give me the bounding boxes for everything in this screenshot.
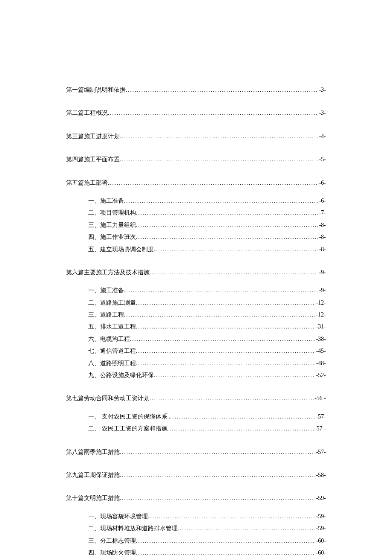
toc-chapter-title: 第七篇劳动合同和劳动工资计划 [66, 394, 150, 403]
toc-chapter-title: 第六篇主要施工方法及技术措施 [66, 268, 150, 277]
toc-sub-entry: 八、道路照明工程-48- [66, 359, 326, 368]
toc-leader-dots [154, 371, 315, 380]
toc-sub-title: 八、道路照明工程 [88, 359, 136, 368]
toc-chapter-page: -3- [318, 85, 326, 95]
toc-chapter: 第六篇主要施工方法及技术措施-9- [66, 268, 326, 277]
toc-leader-dots [150, 394, 314, 403]
toc-sub-entry: 七、通信管道工程-45- [66, 346, 326, 356]
toc-sub-title: 七、通信管道工程 [88, 346, 136, 356]
toc-leader-dots [136, 359, 315, 368]
toc-leader-dots [108, 109, 318, 118]
toc-sub-group: 一、施工准备-6-二、项目管理机构-7-三、施工力量组织-8-四、施工作业班次-… [66, 196, 326, 254]
toc-chapter: 第九篇工期保证措施-58- [66, 471, 326, 480]
table-of-contents: 第一篇编制说明和依据-3-第二篇工程概况-3-第三篇施工进度计划-4-第四篇施工… [66, 85, 326, 555]
toc-sub-entry: 一、施工准备-9- [66, 286, 326, 295]
toc-leader-dots [124, 286, 318, 295]
toc-sub-page: -45- [315, 346, 326, 356]
toc-sub-title: 三、分工标志管理 [88, 536, 136, 546]
toc-leader-dots [120, 471, 315, 480]
toc-sub-entry: 六、电缆沟工程-38- [66, 334, 326, 344]
toc-chapter-title: 第八篇雨季施工措施 [66, 447, 120, 457]
toc-chapter-page: -3- [318, 108, 326, 118]
toc-leader-dots [130, 335, 315, 344]
toc-sub-entry: 三、道路工程-12- [66, 310, 326, 320]
toc-leader-dots [120, 132, 318, 141]
toc-sub-group: 一、 支付农民工资的保障体系 .-57-二、 农民工工资的方案和措施 -57 - [66, 412, 326, 434]
toc-chapter-page: -58- [315, 471, 326, 480]
toc-sub-page: -8- [318, 232, 326, 242]
toc-leader-dots [120, 448, 315, 457]
toc-leader-dots [136, 221, 318, 230]
toc-chapter-page: -5- [318, 155, 326, 164]
toc-sub-title: 一、施工准备 [88, 196, 124, 206]
toc-leader-dots [136, 549, 315, 555]
toc-chapter: 第五篇施工部署-6- [66, 178, 326, 188]
toc-chapter-title: 第三篇施工进度计划 [66, 132, 120, 141]
toc-chapter-title: 第九篇工期保证措施 [66, 471, 120, 480]
toc-chapter-page: -59- [315, 494, 326, 503]
toc-leader-dots [136, 299, 315, 308]
toc-chapter-page: -9- [318, 268, 326, 277]
toc-sub-title: 二、项目管理机构 [88, 208, 136, 218]
toc-sub-entry: 四、现场防火管理-60- [66, 548, 326, 555]
toc-sub-entry: 二、项目管理机构-7- [66, 208, 326, 218]
page-content: 第一篇编制说明和依据-3-第二篇工程概况-3-第三篇施工进度计划-4-第四篇施工… [0, 0, 392, 555]
toc-chapter-page: -57- [315, 447, 326, 457]
toc-leader-dots [154, 245, 318, 254]
toc-sub-page: -31- [315, 322, 326, 331]
toc-leader-dots [170, 413, 315, 421]
toc-sub-entry: 二、道路施工测量-12- [66, 298, 326, 308]
toc-sub-entry: 二、 农民工工资的方案和措施 -57 - [66, 424, 326, 433]
toc-leader-dots [126, 86, 318, 95]
toc-sub-title: 五、排水工道工程 [88, 322, 136, 331]
toc-sub-page: -59- [315, 512, 326, 521]
toc-leader-dots [148, 512, 315, 521]
toc-sub-entry: 五、排水工道工程-31- [66, 322, 326, 331]
toc-chapter-title: 第四篇施工平面布置 [66, 155, 120, 164]
toc-sub-page: -57- [315, 412, 326, 421]
toc-leader-dots [167, 424, 314, 433]
toc-sub-entry: 二、现场材料堆放和道路排水管理-59- [66, 524, 326, 533]
toc-leader-dots [136, 537, 315, 546]
toc-chapter-page: -6- [318, 178, 326, 188]
toc-sub-entry: 三、施工力量组织-8- [66, 221, 326, 230]
toc-sub-entry: 四、施工作业班次-8- [66, 232, 326, 242]
toc-sub-entry: 五、建立现场协调会制度-8- [66, 245, 326, 254]
toc-sub-entry: 一、现场容貌环境管理-59- [66, 512, 326, 521]
toc-sub-page: -60- [315, 548, 326, 555]
toc-sub-page: -48- [315, 359, 326, 368]
toc-leader-dots [136, 233, 318, 242]
toc-chapter-title: 第五篇施工部署 [66, 178, 108, 188]
toc-sub-page: -60- [315, 536, 326, 546]
toc-leader-dots [136, 209, 318, 218]
toc-sub-title: 三、施工力量组织 [88, 221, 136, 230]
toc-chapter-title: 第一篇编制说明和依据 [66, 85, 126, 95]
toc-leader-dots [120, 155, 318, 164]
toc-sub-title: 四、现场防火管理 [88, 548, 136, 555]
toc-chapter: 第七篇劳动合同和劳动工资计划 -56 - [66, 394, 326, 403]
toc-sub-title: 二、道路施工测量 [88, 298, 136, 308]
toc-sub-entry: 一、 支付农民工资的保障体系 .-57- [66, 412, 326, 421]
toc-sub-title: 一、施工准备 [88, 286, 124, 295]
toc-sub-page: -9- [318, 286, 326, 295]
toc-sub-title: 一、现场容貌环境管理 [88, 512, 148, 521]
toc-sub-title: 二、 农民工工资的方案和措施 [88, 424, 167, 433]
toc-sub-page: -12- [315, 298, 326, 308]
toc-leader-dots [178, 524, 315, 533]
toc-sub-page: -8- [318, 245, 326, 254]
toc-chapter-page: -4- [318, 132, 326, 141]
toc-leader-dots [150, 268, 318, 277]
toc-chapter-title: 第二篇工程概况 [66, 108, 108, 118]
toc-leader-dots [136, 347, 315, 356]
toc-sub-page: -6- [318, 196, 326, 206]
toc-leader-dots [108, 179, 318, 188]
toc-sub-title: 五、建立现场协调会制度 [88, 245, 154, 254]
toc-sub-page: -52- [315, 371, 326, 380]
toc-sub-title: 四、施工作业班次 [88, 232, 136, 242]
toc-sub-title: 二、现场材料堆放和道路排水管理 [88, 524, 178, 533]
toc-sub-entry: 三、分工标志管理-60- [66, 536, 326, 546]
toc-sub-page: -12- [315, 310, 326, 320]
toc-sub-title: 三、道路工程 [88, 310, 124, 320]
toc-chapter: 第三篇施工进度计划-4- [66, 132, 326, 141]
toc-sub-entry: 九、公路设施及绿化环保-52- [66, 371, 326, 380]
